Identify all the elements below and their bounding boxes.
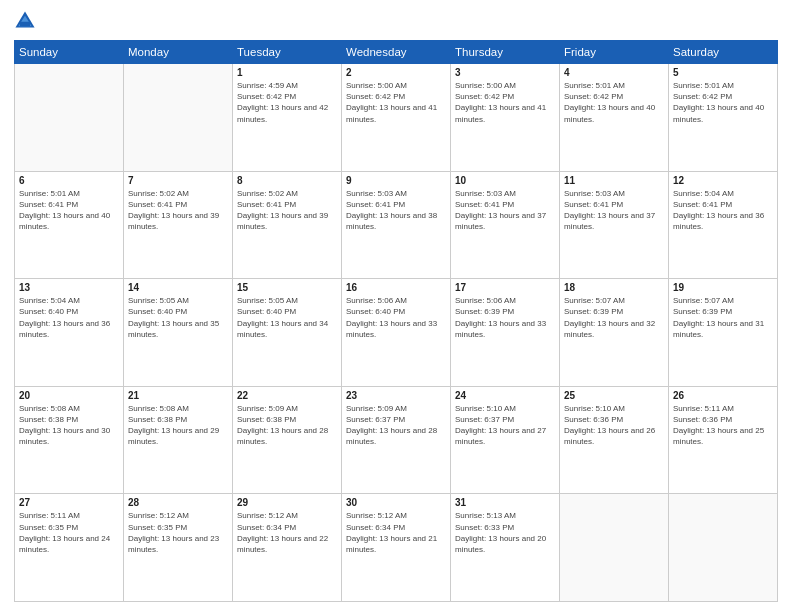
calendar-cell: 26Sunrise: 5:11 AM Sunset: 6:36 PM Dayli… — [669, 386, 778, 494]
day-info: Sunrise: 5:05 AM Sunset: 6:40 PM Dayligh… — [128, 295, 228, 340]
day-number: 24 — [455, 390, 555, 401]
day-number: 23 — [346, 390, 446, 401]
calendar-cell: 28Sunrise: 5:12 AM Sunset: 6:35 PM Dayli… — [124, 494, 233, 602]
calendar-cell: 5Sunrise: 5:01 AM Sunset: 6:42 PM Daylig… — [669, 64, 778, 172]
calendar-cell: 25Sunrise: 5:10 AM Sunset: 6:36 PM Dayli… — [560, 386, 669, 494]
day-info: Sunrise: 5:09 AM Sunset: 6:37 PM Dayligh… — [346, 403, 446, 448]
day-number: 30 — [346, 497, 446, 508]
page: SundayMondayTuesdayWednesdayThursdayFrid… — [0, 0, 792, 612]
day-info: Sunrise: 5:07 AM Sunset: 6:39 PM Dayligh… — [673, 295, 773, 340]
calendar-cell: 23Sunrise: 5:09 AM Sunset: 6:37 PM Dayli… — [342, 386, 451, 494]
day-info: Sunrise: 5:01 AM Sunset: 6:41 PM Dayligh… — [19, 188, 119, 233]
day-number: 29 — [237, 497, 337, 508]
logo — [14, 10, 40, 32]
day-number: 26 — [673, 390, 773, 401]
day-number: 12 — [673, 175, 773, 186]
calendar-header-row: SundayMondayTuesdayWednesdayThursdayFrid… — [15, 41, 778, 64]
day-number: 27 — [19, 497, 119, 508]
day-info: Sunrise: 5:11 AM Sunset: 6:36 PM Dayligh… — [673, 403, 773, 448]
day-number: 2 — [346, 67, 446, 78]
calendar-cell: 13Sunrise: 5:04 AM Sunset: 6:40 PM Dayli… — [15, 279, 124, 387]
header — [14, 10, 778, 32]
day-info: Sunrise: 5:03 AM Sunset: 6:41 PM Dayligh… — [455, 188, 555, 233]
calendar-cell: 2Sunrise: 5:00 AM Sunset: 6:42 PM Daylig… — [342, 64, 451, 172]
day-info: Sunrise: 4:59 AM Sunset: 6:42 PM Dayligh… — [237, 80, 337, 125]
day-info: Sunrise: 5:01 AM Sunset: 6:42 PM Dayligh… — [564, 80, 664, 125]
calendar-day-header: Monday — [124, 41, 233, 64]
day-number: 16 — [346, 282, 446, 293]
calendar-cell: 21Sunrise: 5:08 AM Sunset: 6:38 PM Dayli… — [124, 386, 233, 494]
svg-rect-2 — [20, 22, 30, 26]
day-info: Sunrise: 5:11 AM Sunset: 6:35 PM Dayligh… — [19, 510, 119, 555]
day-info: Sunrise: 5:12 AM Sunset: 6:35 PM Dayligh… — [128, 510, 228, 555]
day-number: 17 — [455, 282, 555, 293]
calendar-cell: 27Sunrise: 5:11 AM Sunset: 6:35 PM Dayli… — [15, 494, 124, 602]
day-info: Sunrise: 5:02 AM Sunset: 6:41 PM Dayligh… — [128, 188, 228, 233]
day-number: 28 — [128, 497, 228, 508]
calendar-cell: 31Sunrise: 5:13 AM Sunset: 6:33 PM Dayli… — [451, 494, 560, 602]
day-number: 22 — [237, 390, 337, 401]
day-number: 25 — [564, 390, 664, 401]
calendar-cell: 20Sunrise: 5:08 AM Sunset: 6:38 PM Dayli… — [15, 386, 124, 494]
day-info: Sunrise: 5:03 AM Sunset: 6:41 PM Dayligh… — [346, 188, 446, 233]
day-number: 8 — [237, 175, 337, 186]
day-number: 9 — [346, 175, 446, 186]
calendar-cell — [560, 494, 669, 602]
calendar-day-header: Tuesday — [233, 41, 342, 64]
day-info: Sunrise: 5:12 AM Sunset: 6:34 PM Dayligh… — [237, 510, 337, 555]
day-number: 4 — [564, 67, 664, 78]
day-info: Sunrise: 5:04 AM Sunset: 6:41 PM Dayligh… — [673, 188, 773, 233]
calendar-week-row: 1Sunrise: 4:59 AM Sunset: 6:42 PM Daylig… — [15, 64, 778, 172]
calendar-cell — [15, 64, 124, 172]
day-info: Sunrise: 5:03 AM Sunset: 6:41 PM Dayligh… — [564, 188, 664, 233]
day-info: Sunrise: 5:06 AM Sunset: 6:39 PM Dayligh… — [455, 295, 555, 340]
calendar-cell — [669, 494, 778, 602]
calendar-cell: 16Sunrise: 5:06 AM Sunset: 6:40 PM Dayli… — [342, 279, 451, 387]
day-number: 7 — [128, 175, 228, 186]
calendar-cell: 1Sunrise: 4:59 AM Sunset: 6:42 PM Daylig… — [233, 64, 342, 172]
calendar-cell: 30Sunrise: 5:12 AM Sunset: 6:34 PM Dayli… — [342, 494, 451, 602]
day-number: 31 — [455, 497, 555, 508]
day-info: Sunrise: 5:00 AM Sunset: 6:42 PM Dayligh… — [455, 80, 555, 125]
calendar-day-header: Saturday — [669, 41, 778, 64]
calendar-week-row: 20Sunrise: 5:08 AM Sunset: 6:38 PM Dayli… — [15, 386, 778, 494]
calendar-day-header: Thursday — [451, 41, 560, 64]
calendar-cell: 3Sunrise: 5:00 AM Sunset: 6:42 PM Daylig… — [451, 64, 560, 172]
day-info: Sunrise: 5:08 AM Sunset: 6:38 PM Dayligh… — [19, 403, 119, 448]
calendar-cell: 17Sunrise: 5:06 AM Sunset: 6:39 PM Dayli… — [451, 279, 560, 387]
day-info: Sunrise: 5:12 AM Sunset: 6:34 PM Dayligh… — [346, 510, 446, 555]
day-number: 20 — [19, 390, 119, 401]
calendar-cell: 4Sunrise: 5:01 AM Sunset: 6:42 PM Daylig… — [560, 64, 669, 172]
calendar-day-header: Friday — [560, 41, 669, 64]
calendar-cell: 11Sunrise: 5:03 AM Sunset: 6:41 PM Dayli… — [560, 171, 669, 279]
calendar-week-row: 27Sunrise: 5:11 AM Sunset: 6:35 PM Dayli… — [15, 494, 778, 602]
calendar-week-row: 6Sunrise: 5:01 AM Sunset: 6:41 PM Daylig… — [15, 171, 778, 279]
day-number: 15 — [237, 282, 337, 293]
calendar-cell — [124, 64, 233, 172]
calendar-cell: 6Sunrise: 5:01 AM Sunset: 6:41 PM Daylig… — [15, 171, 124, 279]
logo-icon — [14, 10, 36, 32]
day-number: 18 — [564, 282, 664, 293]
day-info: Sunrise: 5:01 AM Sunset: 6:42 PM Dayligh… — [673, 80, 773, 125]
day-info: Sunrise: 5:07 AM Sunset: 6:39 PM Dayligh… — [564, 295, 664, 340]
day-number: 11 — [564, 175, 664, 186]
day-info: Sunrise: 5:06 AM Sunset: 6:40 PM Dayligh… — [346, 295, 446, 340]
calendar-cell: 19Sunrise: 5:07 AM Sunset: 6:39 PM Dayli… — [669, 279, 778, 387]
day-number: 5 — [673, 67, 773, 78]
day-info: Sunrise: 5:05 AM Sunset: 6:40 PM Dayligh… — [237, 295, 337, 340]
calendar-week-row: 13Sunrise: 5:04 AM Sunset: 6:40 PM Dayli… — [15, 279, 778, 387]
day-number: 3 — [455, 67, 555, 78]
calendar-cell: 15Sunrise: 5:05 AM Sunset: 6:40 PM Dayli… — [233, 279, 342, 387]
calendar-cell: 7Sunrise: 5:02 AM Sunset: 6:41 PM Daylig… — [124, 171, 233, 279]
day-info: Sunrise: 5:08 AM Sunset: 6:38 PM Dayligh… — [128, 403, 228, 448]
day-info: Sunrise: 5:10 AM Sunset: 6:36 PM Dayligh… — [564, 403, 664, 448]
day-number: 1 — [237, 67, 337, 78]
calendar-cell: 9Sunrise: 5:03 AM Sunset: 6:41 PM Daylig… — [342, 171, 451, 279]
calendar-cell: 10Sunrise: 5:03 AM Sunset: 6:41 PM Dayli… — [451, 171, 560, 279]
day-info: Sunrise: 5:10 AM Sunset: 6:37 PM Dayligh… — [455, 403, 555, 448]
day-number: 6 — [19, 175, 119, 186]
calendar-day-header: Sunday — [15, 41, 124, 64]
calendar-cell: 18Sunrise: 5:07 AM Sunset: 6:39 PM Dayli… — [560, 279, 669, 387]
day-number: 10 — [455, 175, 555, 186]
day-info: Sunrise: 5:02 AM Sunset: 6:41 PM Dayligh… — [237, 188, 337, 233]
